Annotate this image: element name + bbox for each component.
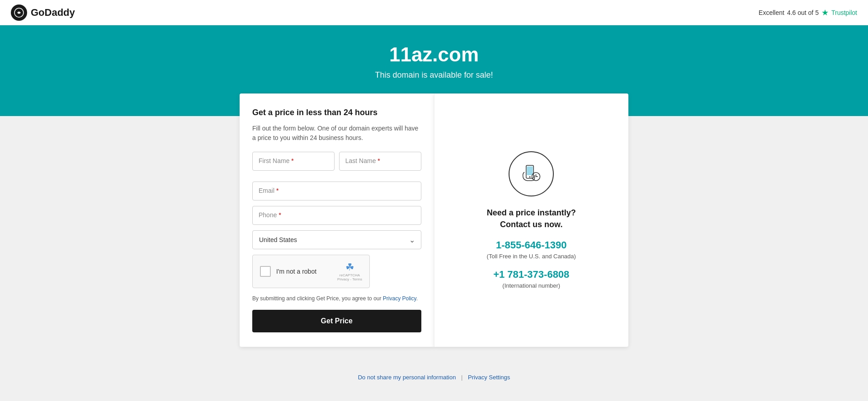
email-input[interactable] — [252, 182, 421, 200]
cards-container: Get a price in less than 24 hours Fill o… — [231, 93, 637, 347]
godaddy-logo-icon — [11, 5, 27, 21]
privacy-settings-link[interactable]: Privacy Settings — [468, 374, 510, 381]
recaptcha-checkbox[interactable] — [260, 266, 271, 277]
contact-heading: Need a price instantly? Contact us now. — [487, 207, 576, 230]
form-heading: Get a price in less than 24 hours — [252, 108, 421, 117]
trustpilot-excellent: Excellent — [759, 9, 784, 16]
phone-group: Phone * — [252, 206, 421, 225]
svg-rect-2 — [527, 167, 533, 176]
toll-free-number[interactable]: 1-855-646-1390 — [496, 239, 567, 251]
privacy-policy-link[interactable]: Privacy Policy — [383, 295, 416, 302]
footer: Do not share my personal information | P… — [0, 365, 868, 390]
phone-svg-icon — [518, 160, 545, 187]
international-note: (International number) — [502, 282, 560, 289]
international-number[interactable]: +1 781-373-6808 — [493, 269, 569, 280]
terms-text: By submitting and clicking Get Price, yo… — [252, 294, 421, 303]
phone-illustration — [509, 151, 554, 196]
first-name-input[interactable] — [252, 152, 335, 171]
header: GoDaddy Excellent 4.6 out of 5 ★ Trustpi… — [0, 0, 868, 25]
country-select-wrapper: United States Canada United Kingdom Aust… — [252, 230, 421, 249]
trustpilot-rating: 4.6 out of 5 — [787, 9, 819, 16]
recaptcha-icon: ☘ — [345, 261, 354, 273]
logo-area: GoDaddy — [11, 5, 75, 21]
phone-circle — [509, 151, 554, 196]
recaptcha-sub-text: Privacy - Terms — [337, 277, 362, 281]
contact-card: Need a price instantly? Contact us now. … — [434, 93, 629, 347]
hero-subtitle: This domain is available for sale! — [0, 70, 868, 80]
last-name-input[interactable] — [339, 152, 421, 171]
recaptcha-logo: ☘ reCAPTCHA Privacy - Terms — [337, 261, 362, 281]
recaptcha-label: I'm not a robot — [276, 268, 316, 275]
logo-text: GoDaddy — [31, 7, 75, 19]
do-not-share-link[interactable]: Do not share my personal information — [358, 374, 456, 381]
last-name-group: Last Name * — [339, 152, 421, 171]
phone-input[interactable] — [252, 206, 421, 225]
country-select[interactable]: United States Canada United Kingdom Aust… — [252, 230, 421, 249]
get-price-button[interactable]: Get Price — [252, 310, 421, 332]
recaptcha-box: I'm not a robot ☘ reCAPTCHA Privacy - Te… — [252, 255, 370, 288]
recaptcha-badge-text: reCAPTCHA — [340, 273, 360, 277]
domain-name: 11az.com — [0, 43, 868, 66]
trustpilot-area: Excellent 4.6 out of 5 ★ Trustpilot — [759, 8, 857, 18]
toll-free-note: (Toll Free in the U.S. and Canada) — [487, 253, 576, 260]
form-description: Fill out the form below. One of our doma… — [252, 124, 421, 143]
svg-point-3 — [529, 177, 531, 178]
footer-separator: | — [461, 374, 462, 381]
first-name-group: First Name * — [252, 152, 335, 171]
email-group: Email * — [252, 182, 421, 200]
trustpilot-link[interactable]: Trustpilot — [831, 9, 857, 16]
name-row: First Name * Last Name * — [252, 152, 421, 176]
trustpilot-star-icon: ★ — [821, 8, 829, 18]
form-card: Get a price in less than 24 hours Fill o… — [240, 93, 434, 347]
